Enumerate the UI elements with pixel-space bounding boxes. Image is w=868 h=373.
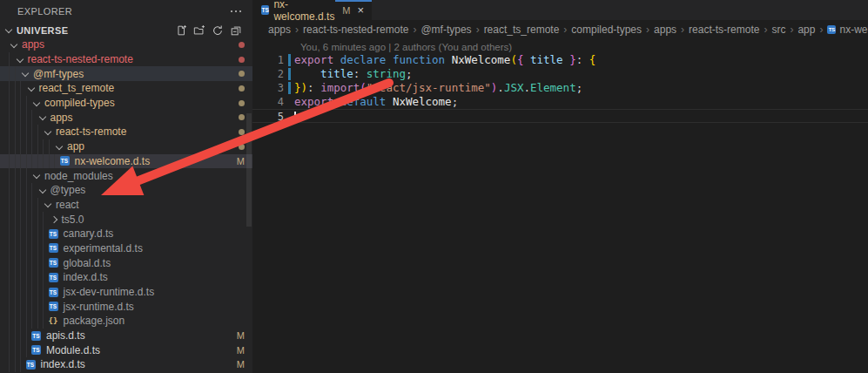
code-line-3[interactable]: 3}): import("react/jsx-runtime").JSX.Ele… xyxy=(252,81,868,95)
chevron-down-icon xyxy=(43,126,54,138)
breadcrumb-item[interactable]: react-ts-remote xyxy=(689,24,759,36)
workspace-section-header[interactable]: UNIVERSE xyxy=(0,23,252,37)
line-number: 3 xyxy=(252,81,284,95)
breadcrumb-item-label: nx-welcome.d.ts xyxy=(839,24,868,36)
tree-item-jsx-dev-runtime.d.ts[interactable]: TSjsx-dev-runtime.d.ts xyxy=(0,285,252,300)
breadcrumb-item[interactable]: apps xyxy=(268,24,291,36)
vscode-window: EXPLORER UNIVERSE appsreact-ts- xyxy=(0,0,868,373)
breadcrumb-item-label: @mf-types xyxy=(421,24,471,36)
code-token: ( xyxy=(510,53,517,66)
status-dot xyxy=(239,42,245,48)
tree-item-react-ts-nested-remote[interactable]: react-ts-nested-remote xyxy=(0,52,252,67)
tree-item-canary.d.ts[interactable]: TScanary.d.ts xyxy=(0,227,252,241)
breadcrumb-item[interactable]: @mf-types xyxy=(421,24,471,36)
indent-guide xyxy=(43,255,49,270)
breadcrumb-separator-icon: › xyxy=(410,24,419,36)
tree-item-index.d.ts[interactable]: TSindex.d.ts xyxy=(0,270,252,285)
sidebar-scrollbar[interactable] xyxy=(246,113,252,227)
chevron-down-icon xyxy=(31,98,43,109)
breadcrumb-separator-icon: › xyxy=(761,24,770,36)
chevron-down-icon xyxy=(37,112,49,123)
tree-item-package.json[interactable]: {}package.json xyxy=(0,314,252,329)
chevron-down-icon xyxy=(54,141,65,153)
tree-item-jsx-runtime.d.ts[interactable]: TSjsx-runtime.d.ts xyxy=(0,299,252,314)
file-tree: appsreact-ts-nested-remote@mf-typesreact… xyxy=(0,37,252,372)
tree-item-apis.d.ts[interactable]: TSapis.d.tsM xyxy=(0,329,252,343)
code-token: Element xyxy=(530,81,576,94)
tree-item-nx-welcome.d.ts[interactable]: TSnx-welcome.d.tsM xyxy=(0,154,252,169)
tree-item-apps[interactable]: apps xyxy=(0,37,252,52)
tree-item-label: @types xyxy=(50,184,86,196)
tree-item-index.d.ts[interactable]: TSindex.d.tsM xyxy=(0,357,252,372)
code-editor[interactable]: You, 6 minutes ago | 2 authors (You and … xyxy=(252,39,868,373)
code-token: { xyxy=(517,53,530,66)
tree-item-experimental.d.ts[interactable]: TSexperimental.d.ts xyxy=(0,241,252,256)
tree-item-badge: M xyxy=(237,329,245,343)
code-line-4[interactable]: 4export default NxWelcome; xyxy=(252,95,868,109)
code-token: . xyxy=(497,81,504,94)
tree-item-label: apps xyxy=(50,112,73,124)
typescript-file-icon: TS xyxy=(49,288,58,297)
tree-item-react-ts-remote[interactable]: react-ts-remote xyxy=(0,125,252,139)
breadcrumb-item[interactable]: TSnx-welcome.d.ts xyxy=(827,24,868,36)
explorer-more-actions-icon[interactable] xyxy=(228,8,245,16)
code-token: ) xyxy=(301,81,308,94)
typescript-file-icon: TS xyxy=(261,5,269,15)
explorer-title: EXPLORER xyxy=(17,6,72,17)
tree-item-label: ts5.0 xyxy=(62,214,84,226)
refresh-icon[interactable] xyxy=(212,24,224,37)
breadcrumb-item[interactable]: compiled-types xyxy=(571,24,642,36)
new-file-icon[interactable] xyxy=(175,24,187,37)
breadcrumb-separator-icon: › xyxy=(643,24,652,36)
code-line-2[interactable]: 2 title: string; xyxy=(252,67,868,81)
tree-item-badge xyxy=(239,110,245,125)
chevron-down-icon xyxy=(31,170,43,181)
line-number: 1 xyxy=(252,53,284,67)
breadcrumb-item[interactable]: react_ts_remote xyxy=(484,24,560,36)
tree-item-compiled-types[interactable]: compiled-types xyxy=(0,96,252,111)
tree-item-label: index.d.ts xyxy=(64,271,108,283)
tree-item-badge xyxy=(239,66,245,81)
tree-item-ts5.0[interactable]: ts5.0 xyxy=(0,212,252,227)
git-gutter-indicator xyxy=(284,53,294,67)
code-text xyxy=(294,110,296,122)
new-folder-icon[interactable] xyxy=(193,24,205,37)
close-icon[interactable]: × xyxy=(357,4,364,16)
breadcrumb-item[interactable]: react-ts-nested-remote xyxy=(303,24,408,36)
tree-item-node_modules[interactable]: node_modules xyxy=(0,168,252,183)
tree-item-module.d.ts[interactable]: TSModule.d.tsM xyxy=(0,342,252,357)
code-token: ; xyxy=(452,95,459,108)
json-file-icon: {} xyxy=(49,316,58,326)
tree-item-app[interactable]: app xyxy=(0,139,252,154)
code-lines: 1export declare function NxWelcome({ tit… xyxy=(252,53,868,123)
code-token: ; xyxy=(406,67,413,80)
typescript-file-icon: TS xyxy=(827,25,836,34)
breadcrumb-separator-icon: › xyxy=(474,24,482,36)
tree-item-react[interactable]: react xyxy=(0,198,252,213)
tree-item-label: index.d.ts xyxy=(41,358,85,370)
breadcrumb-separator-icon: › xyxy=(787,24,796,36)
code-line-1[interactable]: 1export declare function NxWelcome({ tit… xyxy=(252,53,868,67)
tree-item-badge xyxy=(239,139,245,154)
tree-item-global.d.ts[interactable]: TSglobal.d.ts xyxy=(0,255,252,270)
code-line-5[interactable]: 5 xyxy=(252,109,868,123)
typescript-file-icon: TS xyxy=(31,331,41,341)
code-token: export xyxy=(294,53,340,66)
code-token: . xyxy=(523,81,530,94)
tab-label: nx-welcome.d.ts xyxy=(273,0,338,23)
breadcrumb-item[interactable]: apps xyxy=(654,24,676,36)
tree-item-@types[interactable]: @types xyxy=(0,183,252,198)
tree-item-apps[interactable]: apps xyxy=(0,110,252,125)
collapse-all-icon[interactable] xyxy=(230,24,242,37)
tab-nx-welcome[interactable]: TS nx-welcome.d.ts M × xyxy=(252,0,372,20)
tab-top-accent xyxy=(335,0,372,2)
tree-item-label: jsx-dev-runtime.d.ts xyxy=(64,286,155,298)
breadcrumb-item[interactable]: app xyxy=(797,24,815,36)
breadcrumb-item[interactable]: src xyxy=(771,24,785,36)
tree-item-badge: M xyxy=(237,342,245,357)
tree-item-react_ts_remote[interactable]: react_ts_remote xyxy=(0,81,252,96)
tree-item-badge xyxy=(239,52,245,67)
tree-item-label: Module.d.ts xyxy=(46,344,100,356)
code-token: : xyxy=(307,81,320,94)
tree-item-@mf-types[interactable]: @mf-types xyxy=(0,66,252,81)
